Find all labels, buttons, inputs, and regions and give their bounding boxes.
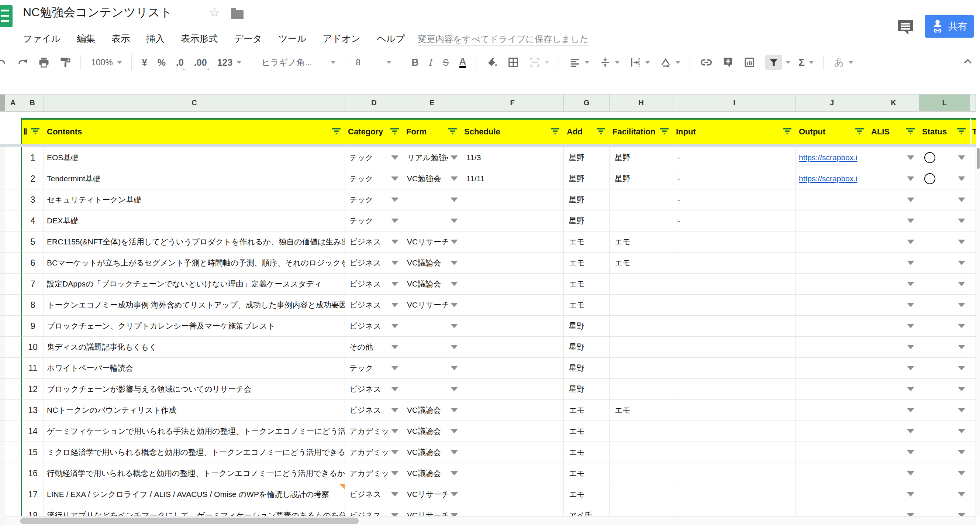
cell-category[interactable]: アカデミッ	[345, 421, 403, 442]
cell-dropdown-arrow-icon[interactable]	[958, 366, 965, 370]
filter-header-schedule[interactable]: Schedule	[461, 118, 564, 144]
cell-add[interactable]: エモ	[564, 400, 609, 421]
cell-category[interactable]: ビジネス	[345, 231, 403, 252]
cell-dropdown-arrow-icon[interactable]	[907, 177, 914, 181]
cell-dropdown-arrow-icon[interactable]	[391, 282, 398, 286]
cell-category[interactable]: ビジネス	[345, 484, 403, 505]
cell-form[interactable]: VC議論会	[403, 421, 461, 442]
cell-dropdown-arrow-icon[interactable]	[450, 261, 458, 265]
cell-A[interactable]	[5, 316, 21, 337]
cell-facilitation[interactable]	[609, 316, 673, 337]
move-folder-icon[interactable]	[231, 10, 243, 19]
cell-dropdown-arrow-icon[interactable]	[958, 429, 965, 433]
cell-dropdown-arrow-icon[interactable]	[450, 324, 458, 328]
cell-partial-column[interactable]	[970, 274, 976, 295]
cell-form[interactable]	[403, 337, 461, 358]
cell-output[interactable]	[796, 379, 868, 400]
insert-comment-button[interactable]	[722, 57, 733, 68]
cell-alis[interactable]	[868, 463, 919, 484]
cell-schedule[interactable]	[461, 189, 564, 211]
cell-alis[interactable]	[868, 484, 919, 505]
cell-input[interactable]: -	[673, 211, 796, 231]
filter-header-partial-column[interactable]: T	[970, 118, 976, 144]
cell-add[interactable]: 星野	[564, 316, 609, 337]
row-number-cell[interactable]: 5	[21, 231, 44, 252]
cell-A[interactable]	[5, 400, 21, 421]
cell-partial-column[interactable]	[970, 211, 976, 231]
cell-category[interactable]: ビジネス	[345, 316, 403, 337]
cell-dropdown-arrow-icon[interactable]	[391, 471, 398, 476]
vertical-align-button[interactable]	[600, 57, 619, 68]
cell-output[interactable]	[796, 274, 868, 295]
cell-facilitation[interactable]	[609, 379, 673, 400]
cell-A[interactable]	[5, 231, 21, 252]
cell-dropdown-arrow-icon[interactable]	[958, 408, 965, 412]
cell-dropdown-arrow-icon[interactable]	[958, 303, 965, 307]
cell-dropdown-arrow-icon[interactable]	[958, 345, 965, 349]
cell-contents[interactable]: EOS基礎	[44, 147, 345, 168]
cell-facilitation[interactable]	[609, 358, 673, 379]
cell-schedule[interactable]	[461, 337, 564, 358]
vertical-scrollbar-thumb[interactable]	[977, 148, 980, 169]
decrease-decimal-button[interactable]: .0←	[176, 57, 184, 68]
cell-dropdown-arrow-icon[interactable]	[958, 198, 965, 202]
cell-dropdown-arrow-icon[interactable]	[391, 261, 398, 265]
filter-icon[interactable]	[550, 127, 560, 137]
cell-status[interactable]	[919, 358, 970, 379]
cell-schedule[interactable]	[461, 295, 564, 316]
font-select[interactable]: ヒラギノ角...	[262, 57, 336, 68]
cell-form[interactable]: VC議論会	[403, 274, 461, 295]
cell-A[interactable]	[5, 358, 21, 379]
cell-alis[interactable]	[868, 231, 919, 252]
cell-facilitation[interactable]	[609, 295, 673, 316]
format-currency-button[interactable]: ¥	[142, 57, 147, 68]
vertical-scrollbar[interactable]	[976, 147, 980, 516]
undo-button[interactable]	[0, 57, 6, 68]
functions-button[interactable]: Σ	[799, 56, 814, 68]
cell-output[interactable]: https://scrapbox.i	[796, 147, 868, 168]
cell-input[interactable]	[673, 358, 796, 379]
input-tools-button[interactable]: あ	[834, 56, 853, 69]
cell-facilitation[interactable]	[609, 421, 673, 442]
cell-partial-column[interactable]	[970, 316, 976, 337]
cell-alis[interactable]	[868, 147, 919, 168]
row-number-cell[interactable]: 11	[21, 358, 44, 379]
cell-schedule[interactable]	[461, 400, 564, 421]
cell-A[interactable]	[5, 252, 21, 274]
cell-dropdown-arrow-icon[interactable]	[450, 408, 458, 412]
row-number-cell[interactable]: 17	[21, 484, 44, 505]
cell-dropdown-arrow-icon[interactable]	[958, 155, 965, 160]
filter-button[interactable]	[765, 55, 782, 70]
menu-file[interactable]: ファイル	[23, 32, 60, 45]
cell-dropdown-arrow-icon[interactable]	[907, 219, 914, 223]
cell-input[interactable]	[673, 316, 796, 337]
cell-A[interactable]	[5, 337, 21, 358]
cell-status[interactable]	[919, 400, 970, 421]
cell-alis[interactable]	[868, 168, 919, 189]
cell-dropdown-arrow-icon[interactable]	[450, 345, 458, 349]
cell-contents[interactable]: ブロックチェーン、クリプトカレンシー普及マーケ施策ブレスト	[44, 316, 345, 337]
cell-dropdown-arrow-icon[interactable]	[958, 471, 965, 476]
cell-input[interactable]	[673, 295, 796, 316]
cell-partial-column[interactable]	[970, 442, 976, 463]
cell-schedule[interactable]	[461, 252, 564, 274]
cell-alis[interactable]	[868, 274, 919, 295]
cell-form[interactable]	[403, 358, 461, 379]
output-link[interactable]: https://scrapbox.i	[799, 174, 868, 183]
cell-add[interactable]: 星野	[564, 211, 609, 231]
cell-add[interactable]: エモ	[564, 252, 609, 274]
cell-dropdown-arrow-icon[interactable]	[450, 155, 458, 160]
cell-category[interactable]: テック	[345, 189, 403, 211]
row-number-cell[interactable]: 7	[21, 274, 44, 295]
cell-dropdown-arrow-icon[interactable]	[450, 303, 458, 307]
cell-facilitation[interactable]	[609, 442, 673, 463]
cell-schedule[interactable]	[461, 211, 564, 231]
cell-facilitation[interactable]	[609, 337, 673, 358]
cell-dropdown-arrow-icon[interactable]	[391, 492, 398, 496]
menu-insert[interactable]: 挿入	[146, 32, 165, 45]
cell-alis[interactable]	[868, 379, 919, 400]
cell-alis[interactable]	[868, 442, 919, 463]
menu-data[interactable]: データ	[234, 32, 262, 45]
collapse-toolbar-button[interactable]	[962, 56, 974, 69]
column-header-E[interactable]: E	[403, 94, 461, 111]
